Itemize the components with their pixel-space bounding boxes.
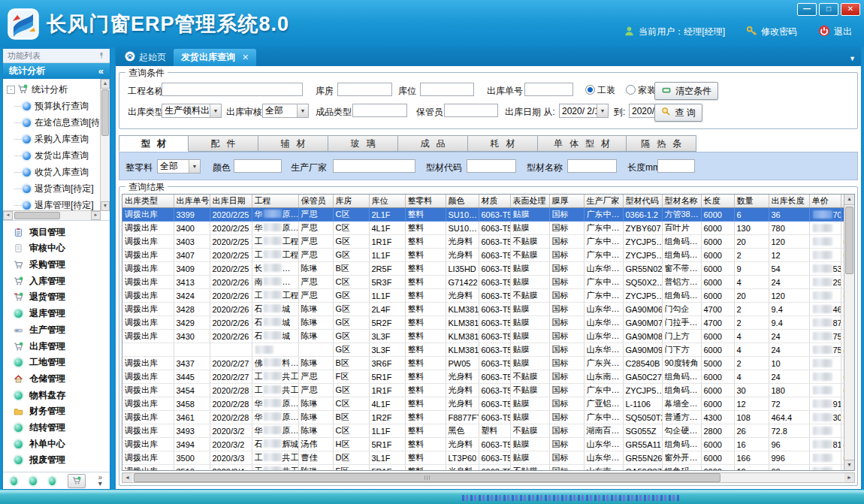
scroll-down-icon[interactable]: ▼ <box>101 201 110 211</box>
table-row[interactable]: 调拨出库34582020/2/28华原…陈琳C区4L1F整料光身料6063-T5… <box>122 397 855 411</box>
material-tab[interactable]: 配件 <box>189 135 258 152</box>
table-row[interactable]: 调拨出库34942020/3/2石辉城汤伟H区5R1F整料光身料6063-T5贴… <box>122 438 855 451</box>
table-row[interactable]: 调拨出库34932020/3/2华原…陈琳C区1L1F整料黑色塑料不贴膜国标湖南… <box>122 424 855 438</box>
sidebar-module[interactable]: 退货管理 <box>3 291 110 303</box>
profile-name-input[interactable] <box>567 159 617 173</box>
minimize-icon[interactable]: — <box>797 3 817 16</box>
color-input[interactable] <box>234 159 282 173</box>
tree-vertical-scrollbar[interactable]: ▲ ▼ <box>100 79 110 211</box>
table-row[interactable]: 调拨出库34292020/2/26石城陈琳G区5R2F整料KLM38176063… <box>122 316 855 330</box>
sidebar-module[interactable]: 报废管理 <box>3 454 110 466</box>
length-input[interactable] <box>657 159 695 173</box>
table-row[interactable]: 调拨出库34072020/2/25工工程严思G区1L1F整料光身料6063-T5… <box>122 249 855 262</box>
material-tab[interactable]: 玻璃 <box>328 135 398 152</box>
scrollbar-thumb[interactable] <box>14 212 60 219</box>
radio-home[interactable]: 家装 <box>626 84 656 97</box>
tree-item[interactable]: 收货入库查询 <box>7 164 99 180</box>
tree-item[interactable]: 预算执行查询 <box>7 98 99 114</box>
table-row[interactable]: 调拨出库34542020/2/28工共工程严思G区1R1F整料光身料6063-T… <box>122 384 855 397</box>
profile-code-input[interactable] <box>467 159 516 173</box>
table-row[interactable]: 调拨出库34132020/2/26南…严思C区5R3F整料G714226063-… <box>122 276 855 289</box>
tree-item[interactable]: 在途信息查询[待 <box>7 114 99 131</box>
scroll-up-icon[interactable]: ▲ <box>844 195 854 205</box>
column-header[interactable]: 颜色 <box>446 195 479 208</box>
column-header[interactable]: 库房 <box>333 195 369 208</box>
whole-piece-select[interactable]: 全部▼ <box>157 159 201 174</box>
material-tab[interactable]: 单体型材 <box>538 135 627 152</box>
column-header[interactable]: 长度 <box>701 195 734 208</box>
table-row[interactable]: 调拨出库34302020/2/26石城陈琳G区3L3F整料KLM38176063… <box>122 330 855 343</box>
dot-icon[interactable] <box>11 477 17 485</box>
radio-industrial[interactable]: 工装 <box>585 84 615 97</box>
scroll-right-icon[interactable]: ► <box>91 211 101 220</box>
table-row[interactable]: 调拨出库34452020/2/27工共工程严思F区5R1F整料光身料6063-T… <box>122 370 855 384</box>
column-header[interactable]: 出库长度 <box>769 195 809 208</box>
project-name-input[interactable] <box>162 83 303 96</box>
scroll-down-icon[interactable]: ▼ <box>844 460 854 470</box>
column-header[interactable]: 出库单号 <box>174 195 210 208</box>
tab-close-icon[interactable]: ✕ <box>242 53 249 62</box>
scrollbar-thumb[interactable] <box>134 473 721 482</box>
sidebar-module[interactable]: 审核中心 <box>3 242 110 255</box>
dot-icon[interactable] <box>29 477 36 485</box>
logout-button[interactable]: 退出 <box>818 25 852 39</box>
column-header[interactable]: 型材名称 <box>662 195 701 208</box>
sidebar-module[interactable]: 补单中心 <box>3 438 110 451</box>
material-tab[interactable]: 隔热条 <box>627 135 696 152</box>
clear-conditions-button[interactable]: 清空条件 <box>654 82 718 100</box>
grid-horizontal-scrollbar[interactable]: ◄ ► <box>122 472 855 483</box>
sidebar-module[interactable]: 退库管理 <box>3 307 110 320</box>
order-no-input[interactable] <box>524 83 573 96</box>
sidebar-module[interactable]: 财务管理 <box>3 405 110 418</box>
sidebar-group-header[interactable]: 统计分析 « <box>3 63 110 79</box>
sidebar-module[interactable]: 生产管理 <box>3 324 110 337</box>
dot-icon[interactable] <box>49 477 56 485</box>
table-row[interactable]: 调拨出库35002020/3/3工共工程曹佳D区3L1F整料LT3P606063… <box>122 451 855 465</box>
material-tab[interactable]: 型材 <box>119 135 189 152</box>
table-row[interactable]: 调拨出库34092020/2/25长…陈琳B区2R5F整料LI35HD6063-… <box>122 262 855 276</box>
material-tab[interactable]: 辅材 <box>258 135 328 152</box>
more-modules-button[interactable] <box>68 474 86 488</box>
tree-expander-icon[interactable]: - <box>7 86 15 94</box>
table-row[interactable]: 调拨出库34372020/2/27佛料…陈琳B区3R6F整料PW056063-T… <box>122 357 855 370</box>
column-header[interactable]: 表面处理 <box>510 195 549 208</box>
table-row[interactable]: 调拨出库34002020/2/25华原…严思C区4L1F整料SU10…6063-… <box>122 222 855 235</box>
scroll-up-icon[interactable]: ▲ <box>101 79 110 89</box>
column-header[interactable]: 型材代码 <box>623 195 662 208</box>
column-header[interactable]: 膜厚 <box>549 195 584 208</box>
tree-item[interactable]: 发货出库查询 <box>7 147 99 164</box>
pin-icon[interactable] <box>98 51 105 61</box>
tree-item[interactable]: 退货查询[待定] <box>7 180 99 197</box>
material-tab[interactable]: 耗材 <box>468 135 538 152</box>
out-type-select[interactable]: 生产领料出库▼ <box>162 104 222 118</box>
column-header[interactable]: 出库类型 <box>122 195 174 208</box>
tab-shipping-outbound-query[interactable]: 发货出库查询 ✕ <box>174 49 256 66</box>
sidebar-module[interactable]: 出库管理 <box>3 340 110 353</box>
product-type-input[interactable] <box>352 104 407 117</box>
collapse-icon[interactable]: « <box>98 65 104 77</box>
table-row[interactable]: 调拨出库34612020/2/28华原…陈琳B区1R2F整料F8877FT606… <box>122 411 855 424</box>
close-icon[interactable]: ✕ <box>841 3 860 16</box>
sidebar-module[interactable]: 入库管理 <box>3 275 110 288</box>
change-password-button[interactable]: 修改密码 <box>746 26 797 39</box>
overflow-chevron-icon[interactable]: »▾ <box>98 475 102 487</box>
table-row[interactable]: 调拨出库34032020/2/25工工程严思G区1R1F整料光身料6063-T5… <box>122 235 855 249</box>
table-row[interactable]: 调拨出库35102020/3/4工共工程陈琳F区5R1F整料光身料6063-T5… <box>122 465 855 472</box>
material-tab[interactable]: 成品 <box>398 135 468 152</box>
tree-horizontal-scrollbar[interactable]: ◄ ► <box>3 210 101 220</box>
column-header[interactable]: 保管员 <box>298 195 333 208</box>
column-header[interactable]: 生产厂家 <box>584 195 623 208</box>
column-header[interactable]: 库位 <box>369 195 405 208</box>
scroll-right-icon[interactable]: ► <box>844 473 854 482</box>
tab-start-page[interactable]: 起始页 <box>117 49 174 66</box>
sidebar-module[interactable]: 结转管理 <box>3 421 110 434</box>
sidebar-module[interactable]: 仓储管理 <box>3 373 110 385</box>
column-header[interactable]: 出库日期 <box>210 195 252 208</box>
location-input[interactable] <box>420 83 474 96</box>
table-row[interactable]: 调拨出库34282020/2/26石城陈琳G区2L4F整料KLM38176063… <box>122 303 855 316</box>
date-from-picker[interactable]: 2020/ 2/16▼ <box>559 104 609 118</box>
tab-list-chevron-icon[interactable]: ▼ <box>849 55 856 62</box>
scroll-left-icon[interactable]: ◄ <box>122 473 132 482</box>
table-row[interactable]: 调拨出库33992020/2/25华原…严思C区2L1F整料SU10…6063-… <box>122 208 855 222</box>
column-header[interactable]: 单价 <box>809 195 841 208</box>
